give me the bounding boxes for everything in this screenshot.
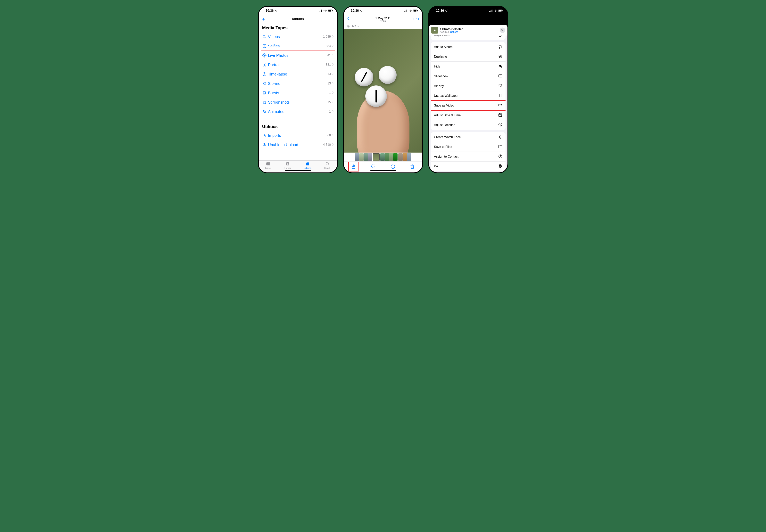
- info-button[interactable]: [388, 162, 398, 171]
- album-row-bursts[interactable]: Bursts1: [262, 88, 334, 98]
- home-indicator[interactable]: [370, 170, 396, 171]
- tab-for-you[interactable]: For You: [285, 162, 291, 169]
- album-row-portrait[interactable]: Portrait331: [262, 60, 334, 69]
- home-indicator[interactable]: [455, 170, 481, 171]
- album-row-live-photos[interactable]: Live Photos41: [262, 51, 334, 60]
- photo-scrubber[interactable]: [344, 153, 422, 162]
- tab-library[interactable]: Library: [265, 162, 271, 169]
- phone-screen-albums: 10:36 + Albums Media Types Videos1 039Se…: [258, 6, 338, 173]
- share-button[interactable]: [349, 162, 359, 171]
- svg-rect-60: [499, 94, 501, 97]
- close-button[interactable]: ✕: [500, 28, 505, 33]
- row-icon: [262, 143, 268, 147]
- svg-rect-38: [417, 10, 418, 11]
- share-sheet[interactable]: 1 Photo Selected Харьков Options › ✕ Cop…: [429, 25, 507, 172]
- chevron-right-icon: [332, 54, 334, 57]
- action-copy-photo[interactable]: Copy Photo: [431, 36, 505, 40]
- wifi-icon: [494, 10, 497, 12]
- tab-label: Albums: [304, 167, 311, 169]
- action-label: Adjust Location: [434, 123, 455, 127]
- chevron-right-icon: [332, 35, 334, 38]
- battery-icon: [328, 10, 333, 12]
- photo-viewer[interactable]: [344, 29, 422, 162]
- album-row-animated[interactable]: Animated1: [262, 107, 334, 116]
- action-label: Create Watch Face: [434, 135, 461, 139]
- svg-rect-6: [328, 10, 331, 11]
- action-slideshow[interactable]: Slideshow: [431, 71, 505, 81]
- contact-icon: [498, 154, 502, 159]
- action-label: Slideshow: [434, 75, 448, 78]
- svg-rect-47: [491, 10, 491, 12]
- tab-icon: [285, 162, 290, 167]
- slideshow-icon: [498, 74, 502, 79]
- row-count: 68: [327, 134, 331, 137]
- print-icon: [498, 164, 502, 169]
- action-label: Save to Files: [434, 145, 452, 149]
- delete-button[interactable]: [407, 162, 417, 171]
- chevron-right-icon: [332, 100, 334, 104]
- action-create-watch-face[interactable]: Create Watch Face: [431, 132, 505, 142]
- svg-point-39: [348, 26, 349, 27]
- action-save-as-video[interactable]: Save as Video: [431, 101, 505, 110]
- action-label: AirPlay: [434, 84, 444, 88]
- main-photo[interactable]: [344, 29, 422, 153]
- album-row-unable-to-upload[interactable]: Unable to Upload4 710: [262, 140, 334, 149]
- location-arrow-icon: [360, 9, 363, 12]
- action-label: Use as Wallpaper: [434, 94, 459, 98]
- photo-time: 12:05: [375, 20, 391, 22]
- live-label: LIVE: [351, 25, 356, 28]
- album-list[interactable]: Media Types Videos1 039Selfies384Live Ph…: [259, 23, 337, 160]
- album-icon: [498, 44, 502, 50]
- battery-icon: [413, 10, 418, 12]
- home-indicator[interactable]: [285, 170, 311, 171]
- location-icon: [498, 123, 502, 128]
- row-label: Slo-mo: [268, 81, 327, 86]
- svg-rect-52: [502, 10, 503, 11]
- options-link[interactable]: Options ›: [450, 31, 460, 33]
- action-group: Create Watch FaceSave to FilesAssign to …: [431, 132, 505, 171]
- svg-rect-33: [406, 10, 406, 12]
- action-adjust-location[interactable]: Adjust Location: [431, 120, 505, 130]
- svg-rect-48: [492, 10, 492, 12]
- tab-search[interactable]: Search: [324, 162, 331, 169]
- action-assign-to-contact[interactable]: Assign to Contact: [431, 152, 505, 162]
- chevron-right-icon: [332, 110, 334, 113]
- back-button[interactable]: [347, 17, 350, 22]
- action-hide[interactable]: Hide: [431, 62, 505, 71]
- tab-albums[interactable]: Albums: [304, 162, 311, 169]
- album-row-time-lapse[interactable]: Time-lapse13: [262, 69, 334, 79]
- action-label: Add to Album: [434, 45, 453, 49]
- album-row-selfies[interactable]: Selfies384: [262, 41, 334, 51]
- svg-rect-0: [319, 11, 319, 12]
- live-photo-badge[interactable]: LIVE: [344, 24, 422, 29]
- add-button[interactable]: +: [262, 17, 265, 22]
- action-label: Print: [434, 165, 440, 168]
- album-row-screenshots[interactable]: Screenshots815: [262, 98, 334, 107]
- row-label: Videos: [268, 35, 323, 39]
- action-duplicate[interactable]: Duplicate: [431, 52, 505, 62]
- action-label: Assign to Contact: [434, 155, 458, 158]
- svg-rect-14: [264, 64, 265, 66]
- album-row-videos[interactable]: Videos1 039: [262, 32, 334, 41]
- svg-rect-37: [413, 10, 416, 11]
- row-count: 4 710: [323, 143, 331, 147]
- svg-rect-31: [404, 11, 405, 12]
- chevron-right-icon: [332, 134, 334, 137]
- svg-point-16: [263, 82, 266, 85]
- cellular-icon: [319, 10, 322, 12]
- edit-button[interactable]: Edit: [413, 17, 419, 21]
- favorite-button[interactable]: [368, 162, 378, 171]
- share-sheet-body[interactable]: Copy Photo Add to AlbumDuplicateHideSlid…: [429, 36, 507, 172]
- action-add-to-album[interactable]: Add to Album: [431, 42, 505, 52]
- live-icon: [347, 25, 350, 28]
- album-row-imports[interactable]: Imports68: [262, 131, 334, 140]
- action-use-as-wallpaper[interactable]: Use as Wallpaper: [431, 91, 505, 101]
- cellular-icon: [489, 10, 493, 12]
- phone-screen-photo-detail: 10:36 1 May 2021 12:05 Edit LIVE: [343, 6, 423, 173]
- action-adjust-date-time[interactable]: Adjust Date & Time: [431, 110, 505, 120]
- album-row-slo-mo[interactable]: Slo-mo13: [262, 79, 334, 88]
- svg-rect-34: [407, 10, 407, 12]
- action-save-to-files[interactable]: Save to Files: [431, 142, 505, 152]
- action-airplay[interactable]: AirPlay: [431, 81, 505, 91]
- action-group: Add to AlbumDuplicateHideSlideshowAirPla…: [431, 42, 505, 130]
